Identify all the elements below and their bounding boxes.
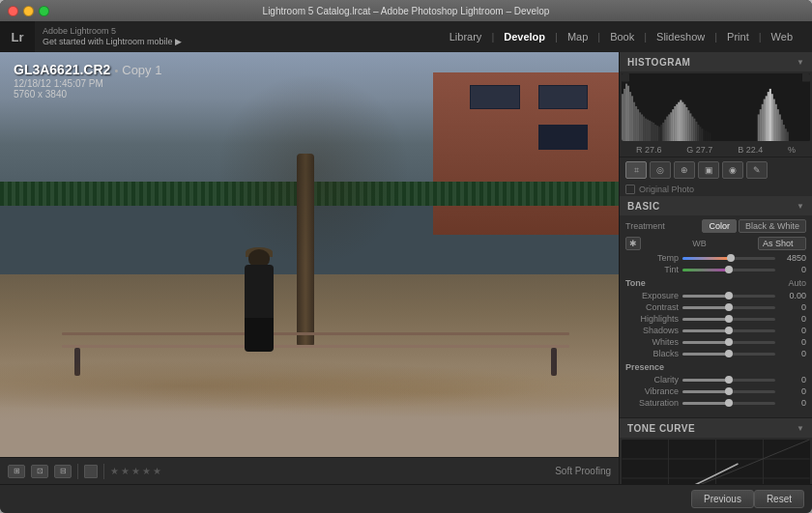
view-survey-button[interactable]: ⊟	[54, 465, 72, 478]
svg-rect-40	[697, 125, 699, 141]
saturation-slider[interactable]	[682, 402, 775, 405]
svg-rect-42	[701, 128, 703, 141]
close-button[interactable]	[8, 6, 18, 16]
clarity-slider[interactable]	[682, 379, 775, 382]
star-5[interactable]: ★	[153, 466, 161, 476]
nav-item-slideshow[interactable]: Slideshow	[649, 27, 712, 46]
nav-item-library[interactable]: Library	[442, 27, 490, 46]
radial-tool[interactable]: ◉	[722, 161, 743, 179]
minimize-button[interactable]	[23, 6, 34, 16]
nav-item-develop[interactable]: Develop	[496, 27, 553, 46]
temp-slider[interactable]	[682, 257, 775, 260]
exposure-slider[interactable]	[682, 295, 775, 298]
vibrance-thumb[interactable]	[725, 387, 733, 395]
toolbar-separator-2	[103, 464, 104, 479]
svg-rect-14	[647, 120, 649, 141]
bottom-buttons: Previous Reset	[0, 484, 812, 513]
saturation-slider-row: Saturation 0	[625, 398, 806, 408]
histogram-b: B 22.4	[738, 145, 763, 155]
star-2[interactable]: ★	[121, 466, 130, 476]
shadows-thumb[interactable]	[725, 327, 733, 334]
vibrance-slider[interactable]	[682, 390, 775, 393]
titlebar: Lightroom 5 Catalog.lrcat – Adobe Photos…	[0, 0, 812, 21]
histogram-section: Histogram ▼	[620, 52, 812, 157]
svg-rect-60	[783, 125, 785, 141]
exposure-fill	[682, 295, 729, 298]
saturation-value: 0	[779, 398, 806, 408]
contrast-slider[interactable]	[682, 306, 775, 309]
nav-item-web[interactable]: Web	[764, 27, 800, 46]
svg-rect-59	[781, 120, 783, 141]
svg-rect-44	[705, 130, 707, 141]
adjust-brush[interactable]: ✎	[746, 161, 768, 179]
whites-thumb[interactable]	[725, 338, 733, 346]
mobile-link[interactable]: Get started with Lightroom mobile ▶	[43, 37, 434, 47]
svg-rect-46	[709, 133, 710, 141]
highlights-fill	[682, 318, 729, 321]
original-photo-checkbox[interactable]	[625, 185, 635, 194]
exposure-thumb[interactable]	[725, 292, 733, 299]
tint-thumb[interactable]	[725, 266, 733, 273]
basic-controls: Treatment Color Black & White ✱ WB As Sh…	[620, 215, 812, 417]
svg-rect-2	[624, 89, 625, 141]
star-1[interactable]: ★	[110, 466, 119, 476]
temp-thumb[interactable]	[727, 254, 735, 262]
nav-item-print[interactable]: Print	[719, 27, 757, 46]
contrast-thumb[interactable]	[725, 303, 733, 311]
spot-tool[interactable]: ◎	[650, 161, 671, 179]
svg-rect-58	[779, 114, 781, 141]
highlights-slider[interactable]	[682, 318, 775, 321]
tone-header-row: Tone Auto	[625, 278, 806, 288]
wb-eyedropper[interactable]: ✱	[625, 237, 641, 250]
maximize-button[interactable]	[39, 6, 49, 16]
tint-value: 0	[779, 265, 806, 274]
svg-rect-8	[635, 106, 637, 141]
reset-button[interactable]: Reset	[754, 490, 804, 508]
previous-button[interactable]: Previous	[691, 490, 754, 508]
highlights-slider-row: Highlights 0	[625, 314, 806, 324]
nav-item-map[interactable]: Map	[560, 27, 595, 46]
crop-tool[interactable]: ⌗	[625, 161, 647, 179]
tone-curve-preview	[622, 440, 810, 484]
svg-rect-11	[641, 114, 643, 141]
shadows-slider[interactable]	[682, 329, 775, 332]
star-3[interactable]: ★	[131, 466, 140, 476]
saturation-label: Saturation	[625, 398, 679, 408]
person-legs	[245, 318, 274, 352]
histogram-container	[622, 73, 810, 141]
view-compare-button[interactable]: ⊡	[31, 465, 48, 478]
blacks-thumb[interactable]	[725, 350, 733, 357]
svg-rect-13	[645, 119, 647, 141]
vibrance-label: Vibrance	[625, 386, 679, 396]
histogram-header[interactable]: Histogram ▼	[620, 52, 812, 71]
tint-slider[interactable]	[682, 269, 775, 271]
svg-rect-55	[773, 100, 775, 141]
bw-treatment-btn[interactable]: Black & White	[739, 219, 806, 233]
saturation-thumb[interactable]	[725, 399, 733, 407]
gradient-tool[interactable]: ▣	[698, 161, 719, 179]
main-window: Lightroom 5 Catalog.lrcat – Adobe Photos…	[0, 0, 812, 513]
color-treatment-btn[interactable]: Color	[702, 219, 737, 233]
whites-slider[interactable]	[682, 341, 775, 344]
blacks-slider[interactable]	[682, 353, 775, 356]
shadows-slider-row: Shadows 0	[625, 326, 806, 335]
star-rating[interactable]: ★ ★ ★ ★ ★	[110, 466, 161, 476]
tone-curve-title: Tone Curve	[627, 423, 695, 434]
tone-curve-header[interactable]: Tone Curve ▼	[620, 418, 812, 438]
tone-label: Tone	[625, 278, 646, 288]
window-2	[470, 85, 519, 109]
nav-item-book[interactable]: Book	[602, 27, 642, 46]
redeye-tool[interactable]: ⊕	[674, 161, 695, 179]
bottom-toolbar: ⊞ ⊡ ⊟ ★ ★ ★ ★ ★ Soft Proofing	[0, 457, 619, 484]
photo-viewer[interactable]: GL3A6621.CR2 • Copy 1 12/18/12 1:45:07 P…	[0, 52, 619, 457]
color-swatch[interactable]	[84, 465, 98, 478]
clarity-label: Clarity	[625, 375, 679, 385]
wb-dropdown[interactable]: As Shot	[758, 237, 806, 250]
auto-button[interactable]: Auto	[788, 278, 806, 288]
highlights-thumb[interactable]	[725, 315, 733, 323]
clarity-thumb[interactable]	[725, 376, 733, 384]
view-mode-button[interactable]: ⊞	[8, 465, 25, 478]
star-4[interactable]: ★	[142, 466, 151, 476]
whites-slider-row: Whites 0	[625, 337, 806, 347]
basic-header[interactable]: Basic ▼	[620, 196, 812, 215]
